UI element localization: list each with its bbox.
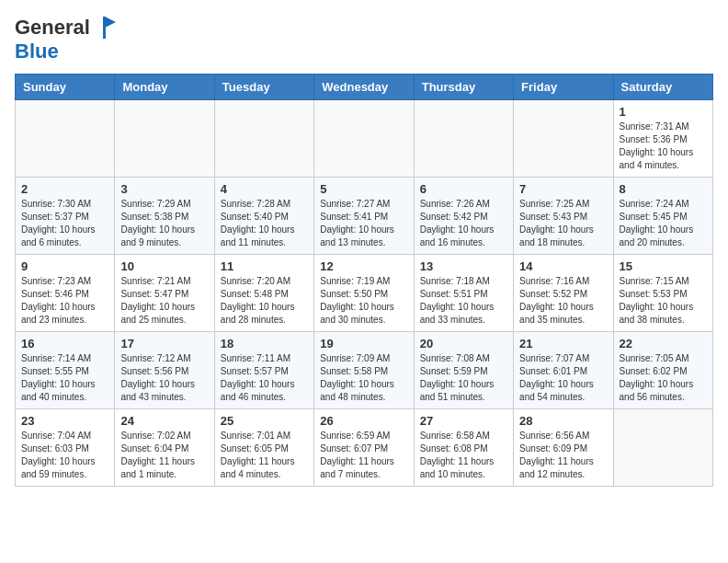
day-info: Sunrise: 7:12 AM Sunset: 5:56 PM Dayligh… [120, 352, 208, 404]
calendar-cell: 22Sunrise: 7:05 AM Sunset: 6:02 PM Dayli… [613, 332, 712, 409]
day-number: 11 [221, 259, 308, 273]
day-number: 27 [420, 414, 507, 428]
calendar-cell: 17Sunrise: 7:12 AM Sunset: 5:56 PM Dayli… [115, 332, 214, 409]
day-info: Sunrise: 7:15 AM Sunset: 5:53 PM Dayligh… [620, 275, 707, 327]
calendar-cell [314, 100, 414, 178]
calendar-cell: 21Sunrise: 7:07 AM Sunset: 6:01 PM Dayli… [514, 332, 613, 409]
day-number: 21 [519, 337, 607, 350]
day-info: Sunrise: 7:20 AM Sunset: 5:48 PM Dayligh… [221, 275, 308, 327]
day-info: Sunrise: 7:09 AM Sunset: 5:58 PM Dayligh… [320, 352, 407, 404]
calendar-cell: 1Sunrise: 7:31 AM Sunset: 5:36 PM Daylig… [613, 100, 712, 178]
day-info: Sunrise: 7:27 AM Sunset: 5:41 PM Dayligh… [320, 198, 407, 249]
day-number: 10 [120, 259, 208, 273]
day-number: 12 [320, 259, 407, 273]
calendar-cell: 19Sunrise: 7:09 AM Sunset: 5:58 PM Dayli… [314, 332, 414, 409]
calendar-cell: 13Sunrise: 7:18 AM Sunset: 5:51 PM Dayli… [414, 255, 513, 332]
day-info: Sunrise: 6:59 AM Sunset: 6:07 PM Dayligh… [320, 430, 407, 481]
day-number: 17 [120, 337, 208, 350]
weekday-header-wednesday: Wednesday [314, 75, 414, 100]
weekday-header-thursday: Thursday [414, 75, 513, 100]
weekday-header-monday: Monday [115, 75, 214, 100]
day-number: 18 [221, 337, 308, 350]
logo-general: General [15, 16, 90, 39]
day-info: Sunrise: 7:16 AM Sunset: 5:52 PM Dayligh… [519, 275, 607, 327]
calendar-header-row: SundayMondayTuesdayWednesdayThursdayFrid… [16, 75, 713, 100]
day-number: 16 [21, 337, 108, 350]
day-number: 28 [519, 414, 607, 428]
day-info: Sunrise: 6:56 AM Sunset: 6:09 PM Dayligh… [519, 430, 607, 481]
calendar-cell: 11Sunrise: 7:20 AM Sunset: 5:48 PM Dayli… [214, 255, 313, 332]
calendar-cell: 28Sunrise: 6:56 AM Sunset: 6:09 PM Dayli… [514, 409, 613, 487]
calendar-cell: 24Sunrise: 7:02 AM Sunset: 6:04 PM Dayli… [115, 409, 214, 487]
weekday-header-sunday: Sunday [16, 75, 115, 100]
weekday-header-saturday: Saturday [613, 75, 712, 100]
calendar-cell: 20Sunrise: 7:08 AM Sunset: 5:59 PM Dayli… [414, 332, 513, 409]
day-number: 7 [519, 182, 607, 196]
calendar-cell: 7Sunrise: 7:25 AM Sunset: 5:43 PM Daylig… [514, 178, 613, 255]
day-number: 19 [320, 337, 407, 350]
day-number: 6 [420, 182, 507, 196]
day-number: 9 [21, 259, 108, 273]
day-info: Sunrise: 7:25 AM Sunset: 5:43 PM Dayligh… [519, 198, 607, 249]
calendar-cell [613, 409, 712, 487]
day-info: Sunrise: 7:04 AM Sunset: 6:03 PM Dayligh… [21, 430, 108, 481]
calendar-cell: 8Sunrise: 7:24 AM Sunset: 5:45 PM Daylig… [613, 178, 712, 255]
calendar-week-4: 16Sunrise: 7:14 AM Sunset: 5:55 PM Dayli… [16, 332, 713, 409]
day-number: 2 [21, 182, 108, 196]
calendar-cell: 6Sunrise: 7:26 AM Sunset: 5:42 PM Daylig… [414, 178, 513, 255]
calendar-week-3: 9Sunrise: 7:23 AM Sunset: 5:46 PM Daylig… [16, 255, 713, 332]
calendar-week-5: 23Sunrise: 7:04 AM Sunset: 6:03 PM Dayli… [16, 409, 713, 487]
calendar-cell: 12Sunrise: 7:19 AM Sunset: 5:50 PM Dayli… [314, 255, 414, 332]
day-number: 20 [420, 337, 507, 350]
calendar-cell: 5Sunrise: 7:27 AM Sunset: 5:41 PM Daylig… [314, 178, 414, 255]
svg-marker-0 [105, 17, 116, 28]
weekday-header-tuesday: Tuesday [214, 75, 313, 100]
day-number: 23 [21, 414, 108, 428]
calendar-cell [214, 100, 313, 178]
calendar-cell: 18Sunrise: 7:11 AM Sunset: 5:57 PM Dayli… [214, 332, 313, 409]
day-number: 5 [320, 182, 407, 196]
day-number: 24 [120, 414, 208, 428]
calendar-cell: 4Sunrise: 7:28 AM Sunset: 5:40 PM Daylig… [214, 178, 313, 255]
calendar-cell: 3Sunrise: 7:29 AM Sunset: 5:38 PM Daylig… [115, 178, 214, 255]
day-number: 3 [120, 182, 208, 196]
calendar-cell: 15Sunrise: 7:15 AM Sunset: 5:53 PM Dayli… [613, 255, 712, 332]
page-header: General Blue [15, 15, 713, 63]
day-number: 14 [519, 259, 607, 273]
calendar-cell: 23Sunrise: 7:04 AM Sunset: 6:03 PM Dayli… [16, 409, 115, 487]
day-number: 26 [320, 414, 407, 428]
day-info: Sunrise: 7:05 AM Sunset: 6:02 PM Dayligh… [620, 352, 707, 404]
logo-blue: Blue [15, 40, 59, 63]
day-info: Sunrise: 7:14 AM Sunset: 5:55 PM Dayligh… [21, 352, 108, 404]
day-info: Sunrise: 7:02 AM Sunset: 6:04 PM Dayligh… [120, 430, 208, 481]
calendar-cell [115, 100, 214, 178]
calendar-week-2: 2Sunrise: 7:30 AM Sunset: 5:37 PM Daylig… [16, 178, 713, 255]
day-info: Sunrise: 7:01 AM Sunset: 6:05 PM Dayligh… [221, 430, 308, 481]
day-info: Sunrise: 7:28 AM Sunset: 5:40 PM Dayligh… [221, 198, 308, 249]
calendar-cell: 2Sunrise: 7:30 AM Sunset: 5:37 PM Daylig… [16, 178, 115, 255]
day-info: Sunrise: 7:07 AM Sunset: 6:01 PM Dayligh… [519, 352, 607, 404]
logo: General Blue [15, 15, 118, 63]
calendar-cell: 10Sunrise: 7:21 AM Sunset: 5:47 PM Dayli… [115, 255, 214, 332]
svg-rect-1 [103, 17, 106, 39]
calendar-cell: 16Sunrise: 7:14 AM Sunset: 5:55 PM Dayli… [16, 332, 115, 409]
day-number: 15 [620, 259, 707, 273]
day-info: Sunrise: 7:31 AM Sunset: 5:36 PM Dayligh… [620, 121, 707, 172]
day-info: Sunrise: 7:26 AM Sunset: 5:42 PM Dayligh… [420, 198, 507, 249]
calendar-cell [16, 100, 115, 178]
day-info: Sunrise: 7:29 AM Sunset: 5:38 PM Dayligh… [120, 198, 208, 249]
calendar-cell: 27Sunrise: 6:58 AM Sunset: 6:08 PM Dayli… [414, 409, 513, 487]
calendar-week-1: 1Sunrise: 7:31 AM Sunset: 5:36 PM Daylig… [16, 100, 713, 178]
day-number: 8 [620, 182, 707, 196]
day-info: Sunrise: 7:21 AM Sunset: 5:47 PM Dayligh… [120, 275, 208, 327]
day-info: Sunrise: 7:19 AM Sunset: 5:50 PM Dayligh… [320, 275, 407, 327]
calendar-table: SundayMondayTuesdayWednesdayThursdayFrid… [15, 74, 713, 487]
day-info: Sunrise: 7:23 AM Sunset: 5:46 PM Dayligh… [21, 275, 108, 327]
calendar-cell: 14Sunrise: 7:16 AM Sunset: 5:52 PM Dayli… [514, 255, 613, 332]
calendar-cell: 9Sunrise: 7:23 AM Sunset: 5:46 PM Daylig… [16, 255, 115, 332]
logo-flag-icon [92, 15, 118, 40]
day-number: 4 [221, 182, 308, 196]
day-info: Sunrise: 7:08 AM Sunset: 5:59 PM Dayligh… [420, 352, 507, 404]
day-number: 22 [620, 337, 707, 350]
weekday-header-friday: Friday [514, 75, 613, 100]
